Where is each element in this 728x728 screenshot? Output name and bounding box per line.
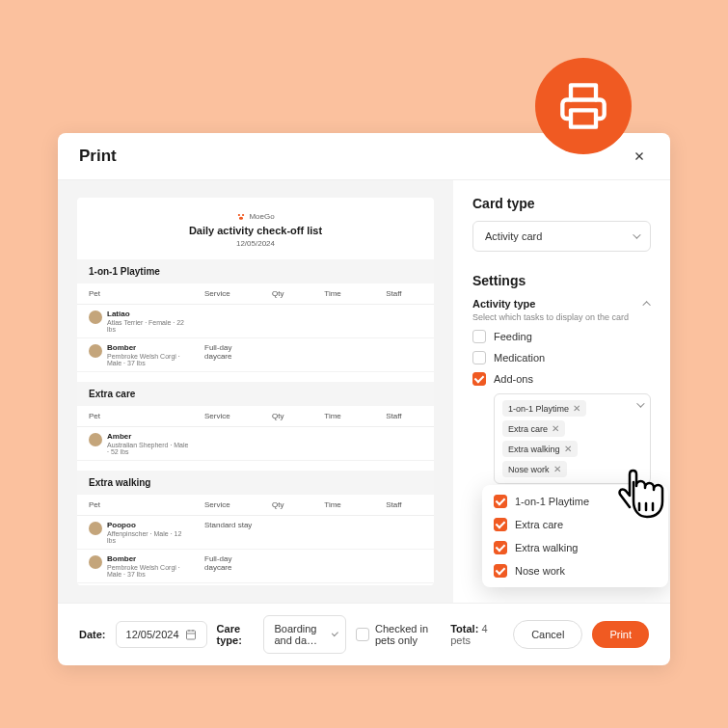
- tag-remove-icon[interactable]: ✕: [564, 444, 572, 454]
- addon-tag: Extra walking✕: [502, 441, 578, 457]
- doc-header: MoeGo Daily activity check-off list 12/0…: [77, 211, 434, 248]
- settings-section: Settings Activity type Select which task…: [472, 273, 651, 484]
- column-header: Qty: [260, 406, 312, 427]
- column-header: Qty: [260, 283, 312, 305]
- service-cell: Full-day daycare: [193, 550, 260, 583]
- date-input[interactable]: 12/05/2024: [116, 621, 207, 648]
- activity-table: PetServiceQtyTimeStaffPoopooAffenpinsche…: [77, 495, 434, 583]
- option-label: Nose work: [515, 565, 565, 577]
- empty-cell: [312, 338, 374, 372]
- avatar: [89, 433, 102, 446]
- doc-date: 12/05/2024: [77, 239, 434, 248]
- column-header: Service: [193, 406, 260, 427]
- checkbox-icon: [494, 495, 507, 508]
- activity-type-header[interactable]: Activity type: [472, 298, 651, 310]
- activity-section: 1-on-1 PlaytimePetServiceQtyTimeStaffLat…: [77, 259, 434, 372]
- card-type-select[interactable]: Activity card: [472, 221, 651, 252]
- column-header: Qty: [260, 495, 312, 516]
- empty-cell: [260, 516, 312, 550]
- activity-table: PetServiceQtyTimeStaffLatiaoAtlas Terrie…: [77, 283, 434, 372]
- pet-name: Poopoo: [107, 521, 189, 529]
- service-cell: Full-day daycare: [193, 338, 260, 372]
- checkbox-icon: [494, 564, 507, 578]
- cancel-button[interactable]: Cancel: [513, 620, 582, 649]
- avatar: [89, 555, 102, 569]
- dropdown-option[interactable]: Extra walking: [494, 541, 657, 554]
- tag-remove-icon[interactable]: ✕: [552, 423, 559, 434]
- checkbox-icon: [494, 541, 507, 554]
- checkbox-icon: [356, 628, 369, 641]
- activity-section-title: Extra walking: [77, 471, 434, 495]
- tag-label: 1-on-1 Playtime: [508, 404, 569, 414]
- column-header: Pet: [77, 406, 193, 427]
- checkbox-icon: [472, 330, 486, 343]
- column-header: Staff: [374, 283, 434, 305]
- column-header: Staff: [374, 406, 434, 427]
- avatar: [89, 522, 102, 535]
- print-button[interactable]: Print: [592, 621, 649, 648]
- care-type-label: Care type:: [217, 623, 255, 646]
- column-header: Time: [312, 495, 374, 516]
- addon-tag: Extra care✕: [502, 420, 565, 437]
- pet-meta: Atlas Terrier · Female · 22 lbs: [107, 319, 189, 333]
- tag-remove-icon[interactable]: ✕: [553, 464, 561, 474]
- preview-document: MoeGo Daily activity check-off list 12/0…: [77, 198, 434, 585]
- brand-name: MoeGo: [249, 212, 274, 221]
- pet-cell: LatiaoAtlas Terrier · Female · 22 lbs: [89, 310, 189, 333]
- modal-footer: Date: 12/05/2024 Care type: Boarding and…: [58, 603, 670, 665]
- table-row: LatiaoAtlas Terrier · Female · 22 lbs: [77, 305, 434, 338]
- svg-rect-6: [186, 631, 195, 639]
- table-row: BomberPembroke Welsh Corgi · Male · 37 l…: [77, 338, 434, 372]
- card-type-label: Card type: [472, 196, 651, 211]
- column-header: Pet: [77, 283, 193, 305]
- print-badge-icon: [535, 58, 632, 154]
- settings-label: Settings: [472, 273, 651, 288]
- pet-name: Bomber: [107, 554, 189, 563]
- total-label: Total:: [450, 623, 478, 634]
- checkbox-icon: [494, 518, 507, 531]
- pet-meta: Pembroke Welsh Corgi · Male · 37 lbs: [107, 353, 189, 366]
- card-type-value: Activity card: [485, 230, 542, 242]
- service-cell: Standard stay: [193, 516, 260, 550]
- checkbox-label: Add-ons: [494, 373, 533, 385]
- chevron-up-icon: [642, 301, 650, 309]
- checked-in-only-checkbox[interactable]: Checked in pets only: [356, 623, 441, 646]
- chevron-down-icon: [633, 230, 640, 238]
- dropdown-option[interactable]: Nose work: [494, 564, 657, 578]
- empty-cell: [312, 305, 374, 338]
- date-label: Date:: [79, 629, 106, 640]
- modal-body: MoeGo Daily activity check-off list 12/0…: [58, 180, 670, 603]
- column-header: Time: [312, 406, 374, 427]
- print-modal: Print MoeGo Daily activity check-off lis…: [58, 133, 670, 665]
- preview-panel: MoeGo Daily activity check-off list 12/0…: [58, 180, 453, 603]
- empty-cell: [312, 427, 374, 461]
- pet-name: Latiao: [107, 310, 189, 318]
- column-header: Time: [312, 283, 374, 305]
- option-label: 1-on-1 Playtime: [515, 496, 589, 507]
- activity-type-desc: Select which tasks to display on the car…: [472, 312, 651, 322]
- activity-checkbox-row[interactable]: Medication: [472, 351, 651, 364]
- cursor-hand-icon: [616, 465, 670, 528]
- close-button[interactable]: [630, 147, 649, 166]
- svg-rect-0: [571, 110, 596, 126]
- settings-panel: Card type Activity card Settings Activit…: [453, 180, 670, 603]
- activity-checkbox-row[interactable]: Feeding: [472, 330, 651, 343]
- care-type-select[interactable]: Boarding and da…: [263, 615, 346, 654]
- checkbox-label: Medication: [494, 352, 545, 364]
- tag-label: Extra care: [508, 424, 548, 434]
- tag-remove-icon[interactable]: ✕: [573, 403, 580, 414]
- avatar: [89, 310, 102, 324]
- empty-cell: [312, 550, 374, 583]
- brand-logo: MoeGo: [236, 211, 274, 221]
- pet-name: Amber: [107, 432, 189, 441]
- column-header: Staff: [374, 495, 434, 516]
- activity-checkbox-row[interactable]: Add-ons: [472, 372, 651, 386]
- avatar: [89, 344, 102, 358]
- table-row: BomberPembroke Welsh Corgi · Male · 37 l…: [77, 550, 434, 583]
- activity-type-title: Activity type: [472, 298, 535, 310]
- service-cell: [193, 427, 260, 461]
- checkbox-icon: [472, 372, 486, 386]
- empty-cell: [374, 338, 434, 372]
- date-value: 12/05/2024: [126, 629, 179, 640]
- activity-table: PetServiceQtyTimeStaffAmberAustralian Sh…: [77, 406, 434, 461]
